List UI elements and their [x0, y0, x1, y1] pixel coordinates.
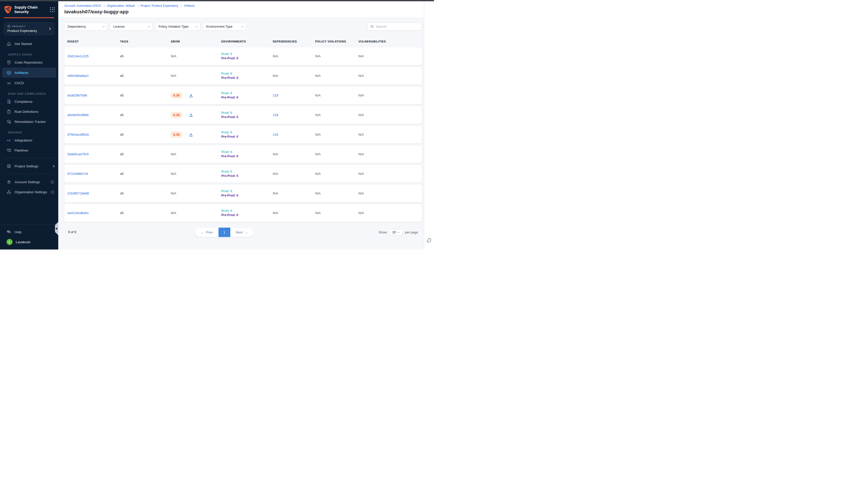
- breadcrumb-account[interactable]: Account: Automation-SSCA: [64, 4, 101, 8]
- env-preprod-value: Pre-Prod: 0: [221, 194, 273, 198]
- sbom-score-badge: 6.38: [171, 112, 182, 118]
- prev-page-button[interactable]: ← Prev: [195, 228, 219, 237]
- sidebar-item-artifacts[interactable]: Artifacts: [2, 68, 56, 78]
- sidebar-item-pipelines[interactable]: Pipelines: [0, 145, 58, 155]
- info-icon[interactable]: [50, 180, 54, 184]
- divider: [4, 158, 54, 158]
- search-input[interactable]: [376, 25, 420, 28]
- env-prod-value: Prod: 0: [221, 72, 273, 76]
- digest-link[interactable]: 33d114e1c225: [67, 54, 89, 58]
- table-row: a9c6e00c66bb v5 6.38 Prod: 0 Pre-Prod: 0…: [64, 106, 422, 124]
- sidebar-item-get-started[interactable]: Get Started: [0, 39, 58, 49]
- filter-license[interactable]: License: [110, 23, 153, 31]
- sbom-download-button[interactable]: [189, 113, 193, 117]
- policy-violations-cell: N/A: [315, 94, 358, 97]
- sidebar-item-code-repositories[interactable]: Code Repositories: [0, 57, 58, 67]
- window-top-strip: [0, 0, 434, 1]
- page-size-value: 20: [392, 230, 396, 234]
- sidebar-item-cicd[interactable]: ∞ CI/CD: [0, 78, 58, 88]
- sidebar-item-label: Compliance: [15, 100, 33, 104]
- info-icon[interactable]: [50, 190, 54, 194]
- filter-environment-type[interactable]: Environment Type: [203, 23, 246, 31]
- policy-violations-cell: N/A: [315, 113, 358, 117]
- chevron-down-icon: [148, 25, 150, 27]
- sidebar-item-project-settings[interactable]: Project Settings: [0, 161, 58, 171]
- policy-violations-cell: N/A: [315, 133, 358, 136]
- project-eyebrow: PROJECT: [7, 25, 51, 28]
- chevron-down-icon: [241, 25, 244, 27]
- table-row: c69c5b6a8ae2 v5 N/A Prod: 0 Pre-Prod: 0 …: [64, 67, 422, 85]
- tags-cell: v5: [120, 211, 171, 215]
- page-size-group: Show 20 per page: [379, 229, 418, 236]
- sidebar-item-help[interactable]: ? Help: [0, 227, 58, 237]
- breadcrumb-project[interactable]: Project: Product Exploratory: [141, 4, 178, 8]
- environments-cell: Prod: 0 Pre-Prod: 0: [221, 189, 273, 198]
- sidebar-item-remediation-tracker[interactable]: Remediation Tracker: [0, 117, 58, 126]
- filter-dependency[interactable]: Dependency: [64, 23, 108, 31]
- digest-link[interactable]: dcdd29b7fafb: [67, 94, 87, 97]
- arrow-right-icon: →: [244, 231, 248, 234]
- tags-cell: v5: [120, 133, 171, 136]
- policy-violations-cell: N/A: [315, 211, 358, 215]
- tags-cell: v5: [120, 54, 171, 58]
- env-prod-value: Prod: 0: [221, 150, 273, 154]
- sidebar-item-integrations[interactable]: Integrations: [0, 135, 58, 145]
- sbom-score-group: 6.38: [171, 112, 193, 118]
- digest-cell: c69c5b6a8ae2: [67, 74, 120, 78]
- table-header-row: DIGEST TAGS SBOM ENVIRONMENTS DEPENDENCI…: [64, 37, 422, 46]
- main-content: Dependency License Policy Violation Type…: [58, 18, 424, 250]
- pagination-bar: 9 of 9 ← Prev 1 Next → Show 20 per page: [64, 227, 422, 238]
- per-page-label: per page: [405, 230, 418, 234]
- chat-support-icon[interactable]: [426, 238, 432, 243]
- digest-cell: 33d114e1c225: [67, 54, 120, 58]
- sidebar-item-user[interactable]: L Lavakush: [0, 237, 58, 247]
- dependencies-link[interactable]: 218: [273, 94, 278, 97]
- filter-policy-violation-type[interactable]: Policy Violation Type: [155, 23, 200, 31]
- env-prod-value: Prod: 0: [221, 130, 273, 135]
- sbom-na-value: N/A: [171, 172, 176, 175]
- sidebar-item-account-settings[interactable]: Account Settings: [0, 177, 58, 187]
- env-preprod-value: Pre-Prod: 0: [221, 56, 273, 61]
- prev-label: Prev: [206, 230, 213, 234]
- project-selector[interactable]: PROJECT Product Exploratory: [4, 22, 54, 35]
- dependencies-link[interactable]: 218: [273, 133, 278, 136]
- artifact-rows: 33d114e1c225 v5 N/A Prod: 0 Pre-Prod: 0 …: [64, 47, 422, 222]
- clipboard-check-icon: [7, 109, 11, 114]
- next-page-button[interactable]: Next →: [230, 228, 254, 237]
- sidebar-bottom: ? Help L Lavakush: [0, 224, 58, 250]
- section-label-manage: MANAGE: [0, 131, 58, 134]
- digest-link[interactable]: ee4218cdba0c: [67, 211, 89, 215]
- digest-link[interactable]: a9c6e00c66bb: [67, 113, 89, 117]
- sidebar-item-organization-settings[interactable]: Organization Settings: [0, 187, 58, 197]
- divider: [186, 112, 186, 118]
- column-header-sbom: SBOM: [171, 40, 221, 43]
- table-row: ee4218cdba0c v5 N/A Prod: 0 Pre-Prod: 0 …: [64, 204, 422, 222]
- environments-cell: Prod: 0 Pre-Prod: 0: [221, 130, 273, 139]
- digest-link[interactable]: 479e2acd981b: [67, 133, 89, 136]
- sidebar-item-compliance[interactable]: Compliance: [0, 97, 58, 107]
- dependencies-link[interactable]: 218: [273, 113, 278, 117]
- sidebar-item-rule-definitions[interactable]: Rule Definitions: [0, 107, 58, 117]
- org-hierarchy-gear-icon: [7, 190, 11, 194]
- environments-cell: Prod: 0 Pre-Prod: 0: [221, 209, 273, 217]
- environments-cell: Prod: 0 Pre-Prod: 0: [221, 52, 273, 61]
- code-repository-icon: [7, 60, 11, 65]
- breadcrumb-organization[interactable]: Organization: default: [107, 4, 135, 8]
- product-title: Supply ChainSecurity: [14, 5, 38, 14]
- vulnerabilities-cell: N/A: [358, 211, 422, 215]
- current-page-button[interactable]: 1: [219, 228, 230, 237]
- module-grid-icon[interactable]: [50, 7, 55, 12]
- sbom-download-button[interactable]: [189, 93, 193, 97]
- page-size-select[interactable]: 20: [389, 229, 403, 236]
- vulnerabilities-cell: N/A: [358, 94, 422, 97]
- breadcrumb-artifacts[interactable]: Artifacts: [184, 4, 195, 8]
- env-preprod-value: Pre-Prod: 0: [221, 174, 273, 178]
- sbom-download-button[interactable]: [189, 132, 193, 137]
- avatar: L: [7, 239, 13, 245]
- table-row: 5dab9caa79c5 v5 N/A Prod: 0 Pre-Prod: 0 …: [64, 145, 422, 163]
- digest-link[interactable]: 9710cf6667c9: [67, 172, 88, 175]
- digest-link[interactable]: c69c5b6a8ae2: [67, 74, 89, 78]
- divider: [186, 131, 186, 138]
- digest-link[interactable]: 5dab9caa79c5: [67, 152, 89, 156]
- digest-link[interactable]: 2c5365718e88: [67, 192, 89, 195]
